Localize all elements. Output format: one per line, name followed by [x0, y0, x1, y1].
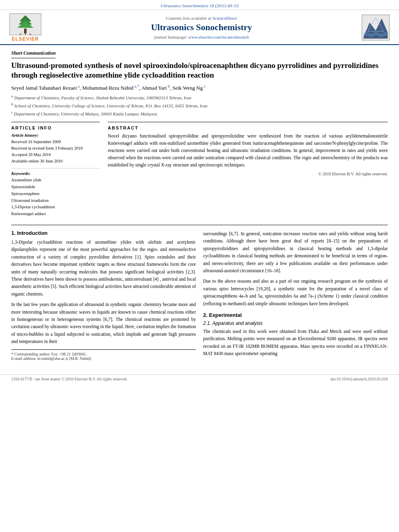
journal-header: ELSEVIER Contents lists available at Sci… — [0, 10, 399, 45]
experimental-section-title: 2. Experimental — [203, 312, 388, 318]
abstract-col: ABSTRACT Novel dicyano functionalised sp… — [108, 122, 388, 218]
keyword-spiroacenaphten: Spiroacenaphten — [11, 191, 100, 197]
copyright-line: © 2010 Elsevier B.V. All rights reserved… — [108, 172, 388, 176]
history-heading: Article history: — [11, 133, 100, 138]
authors-line: Seyed Jamal Tabatabaei Rezaei a, Mohamma… — [11, 84, 388, 91]
abstract-text: Novel dicyano functionalised spiropyrrol… — [108, 133, 388, 168]
left-col: 1. Introduction 1,3-Dipolar cycloadditio… — [11, 230, 196, 360]
article-info-heading: ARTICLE INFO — [11, 125, 100, 130]
keyword-ultrasound: Ultrasound irradiation — [11, 197, 100, 204]
history-accepted: Accepted 29 May 2010 — [11, 152, 100, 158]
top-bar: Ultrasonics Sonochemistry 18 (2011) 49–5… — [0, 0, 399, 10]
svg-rect-1 — [24, 29, 27, 33]
keywords-heading: Keywords: — [11, 171, 100, 176]
science-direct-text: ScienceDirect — [212, 16, 237, 21]
article-history: Article history: Received 16 September 2… — [11, 133, 100, 164]
journal-center: Contents lists available at ScienceDirec… — [47, 16, 356, 39]
affiliations: a Department of Chemistry, Faculty of Sc… — [11, 94, 388, 117]
history-received: Received 16 September 2009 — [11, 139, 100, 145]
right-paragraph-1: surroundings [6,7]. In general, sonicati… — [203, 230, 388, 274]
info-abstract-section: ARTICLE INFO Article history: Received 1… — [11, 122, 388, 218]
apparatus-text: The chemicals used in this work were obt… — [203, 328, 388, 357]
intro-section-title: 1. Introduction — [11, 230, 196, 236]
journal-ref: Ultrasonics Sonochemistry 18 (2011) 49–5… — [160, 3, 239, 8]
keywords-section: Keywords: Azomethine ylide Spirooxindole… — [11, 168, 100, 218]
email-note: E-mail address: m-nabid@sbu.ac.ir (M.R. … — [11, 356, 196, 361]
affiliation-a: a Department of Chemistry, Faculty of Sc… — [11, 94, 388, 101]
history-revised: Received in revised form 3 February 2010 — [11, 145, 100, 152]
right-col: surroundings [6,7]. In general, sonicati… — [203, 230, 388, 360]
right-paragraph-2: Due to the above reasons and also as a p… — [203, 277, 388, 307]
affil-sup-a2: a,* — [134, 84, 139, 88]
author-rezaei: Seyed Jamal Tabatabaei Rezaei — [11, 85, 77, 91]
corresponding-note: * Corresponding author. Fax: +98 21 2403… — [11, 352, 196, 356]
journal-homepage: journal homepage: www.elsevier.com/locat… — [47, 35, 356, 39]
article-type-label: Short Communication — [11, 50, 56, 58]
apparatus-subsection-title: 2.1. Apparatus and analysis — [203, 320, 388, 326]
affiliation-c: c Department of Chemistry, University of… — [11, 110, 388, 117]
article-body: Short Communication Ultrasound-promoted … — [0, 45, 399, 369]
author-yari: Ahmad Yari — [142, 85, 167, 91]
affiliation-b: b School of Chemistry, University Colleg… — [11, 102, 388, 109]
keyword-azomethine: Azomethine ylide — [11, 177, 100, 184]
footer-note: * Corresponding author. Fax: +98 21 2403… — [11, 349, 196, 361]
and-text: and — [249, 294, 256, 298]
bottom-bar: 1350-4177/$ - see front matter © 2010 El… — [0, 374, 399, 383]
author-nabid: Mohammad Reza Nabid — [82, 85, 134, 91]
affil-sup-b: b — [167, 84, 170, 88]
affil-sup-c: c — [203, 84, 206, 88]
affil-sup-a1: a — [77, 84, 80, 88]
keyword-dipolar: 1,3-Dipolar cycloaddition — [11, 204, 100, 211]
history-online: Available online 30 June 2010 — [11, 158, 100, 164]
article-title: Ultrasound-promoted synthesis of novel s… — [11, 61, 388, 80]
doi-line: doi:10.1016/j.ultsonch.2010.05.016 — [331, 377, 388, 381]
keyword-spirooxindole: Spirooxindole — [11, 184, 100, 191]
elsevier-tree-icon — [9, 13, 41, 35]
science-direct-link: Contents lists available at ScienceDirec… — [47, 16, 356, 21]
sonochemistry-logo-icon — [362, 14, 390, 41]
main-content: 1. Introduction 1,3-Dipolar cycloadditio… — [11, 225, 388, 360]
author-ng: Seik Weng Ng — [173, 85, 203, 91]
journal-title: Ultrasonics Sonochemistry — [47, 22, 356, 33]
elsevier-logo-right — [360, 14, 392, 41]
abstract-heading: ABSTRACT — [108, 125, 388, 130]
elsevier-brand: ELSEVIER — [12, 36, 39, 42]
keyword-knoevenagel: Knöevenagel adduct — [11, 211, 100, 218]
issn-line: 1350-4177/$ - see front matter © 2010 El… — [11, 377, 128, 381]
homepage-url: www.elsevier.com/locate/ultsonch — [188, 35, 249, 39]
page: Ultrasonics Sonochemistry 18 (2011) 49–5… — [0, 0, 399, 532]
intro-paragraph-1: 1,3-Dipolar cycloaddition reactions of a… — [11, 238, 196, 298]
intro-paragraph-2: In the last few years the application of… — [11, 301, 196, 345]
article-info-col: ARTICLE INFO Article history: Received 1… — [11, 122, 100, 218]
elsevier-logo-left: ELSEVIER — [7, 13, 43, 42]
